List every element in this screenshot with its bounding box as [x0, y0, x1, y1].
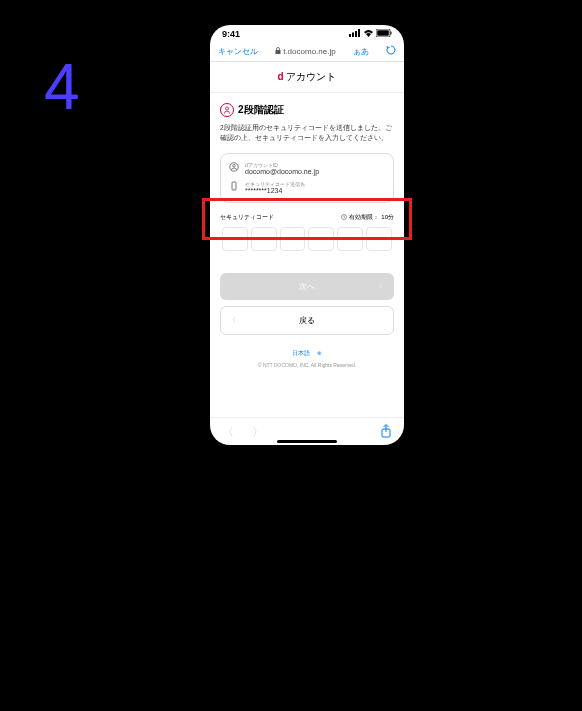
- page-header: d アカウント: [210, 62, 404, 93]
- destination-value: ********1234: [245, 187, 385, 194]
- account-id-row: dアカウントID docomo@docomo.ne.jp: [229, 162, 385, 175]
- code-input-group: [220, 225, 394, 253]
- account-id-value: docomo@docomo.ne.jp: [245, 168, 385, 175]
- expiry-value: 10分: [381, 213, 394, 222]
- svg-rect-2: [355, 31, 357, 37]
- svg-rect-7: [276, 50, 281, 54]
- language-text: 日本語: [292, 350, 310, 356]
- code-digit-1[interactable]: [222, 227, 248, 251]
- url-display[interactable]: t.docomo.ne.jp: [275, 47, 335, 56]
- auth-title: 2段階認証: [238, 103, 284, 117]
- status-bar: 9:41: [210, 25, 404, 41]
- copyright: © NTT DOCOMO, INC. All Rights Reserved.: [220, 362, 394, 368]
- logo-text: アカウント: [284, 71, 337, 82]
- status-icons: [349, 29, 392, 39]
- back-button[interactable]: 戻る: [220, 306, 394, 335]
- expiry-prefix: 有効期限：: [349, 213, 379, 222]
- lock-icon: [275, 47, 281, 56]
- next-button[interactable]: 次へ: [220, 273, 394, 300]
- phone-frame: 9:41 キャンセル t.docomo.ne.jp ぁあ d アカウント: [210, 25, 404, 445]
- code-digit-4[interactable]: [308, 227, 334, 251]
- svg-point-12: [234, 188, 235, 189]
- phone-icon: [229, 181, 239, 194]
- person-icon: [220, 103, 234, 117]
- code-digit-3[interactable]: [280, 227, 306, 251]
- battery-icon: [376, 29, 392, 39]
- browser-bar: キャンセル t.docomo.ne.jp ぁあ: [210, 41, 404, 62]
- wifi-icon: [363, 29, 374, 39]
- back-nav-icon[interactable]: 〈: [222, 424, 234, 441]
- share-icon[interactable]: [380, 424, 392, 441]
- status-time: 9:41: [222, 29, 240, 39]
- refresh-button[interactable]: [386, 45, 396, 57]
- step-number: 4: [44, 50, 80, 124]
- svg-rect-6: [391, 32, 392, 35]
- user-icon: [229, 162, 239, 175]
- clock-icon: [341, 214, 347, 221]
- content-area: 2段階認証 2段階認証用のセキュリティコードを送信しました。ご確認の上、セキュリ…: [210, 93, 404, 374]
- svg-point-8: [226, 107, 229, 110]
- code-digit-6[interactable]: [366, 227, 392, 251]
- description: 2段階認証用のセキュリティコードを送信しました。ご確認の上、セキュリティコードを…: [220, 123, 394, 143]
- code-label: セキュリティコード: [220, 213, 274, 222]
- svg-point-10: [233, 164, 236, 167]
- signal-icon: [349, 29, 361, 39]
- svg-rect-3: [358, 29, 360, 37]
- account-info-box: dアカウントID docomo@docomo.ne.jp セキュリティコード送信…: [220, 153, 394, 203]
- home-indicator: [277, 440, 337, 443]
- language-link[interactable]: 日本語 ⊕: [220, 349, 394, 358]
- reader-button[interactable]: ぁあ: [353, 46, 369, 57]
- forward-nav-icon[interactable]: 〉: [252, 424, 264, 441]
- url-text: t.docomo.ne.jp: [283, 47, 335, 56]
- auth-title-row: 2段階認証: [220, 103, 394, 117]
- cancel-button[interactable]: キャンセル: [218, 46, 258, 57]
- globe-icon: ⊕: [317, 350, 322, 356]
- svg-rect-1: [352, 33, 354, 38]
- destination-row: セキュリティコード送信先 ********1234: [229, 181, 385, 194]
- svg-rect-0: [349, 34, 351, 37]
- code-digit-5[interactable]: [337, 227, 363, 251]
- svg-rect-5: [377, 30, 389, 36]
- code-header: セキュリティコード 有効期限：10分: [220, 213, 394, 222]
- code-digit-2[interactable]: [251, 227, 277, 251]
